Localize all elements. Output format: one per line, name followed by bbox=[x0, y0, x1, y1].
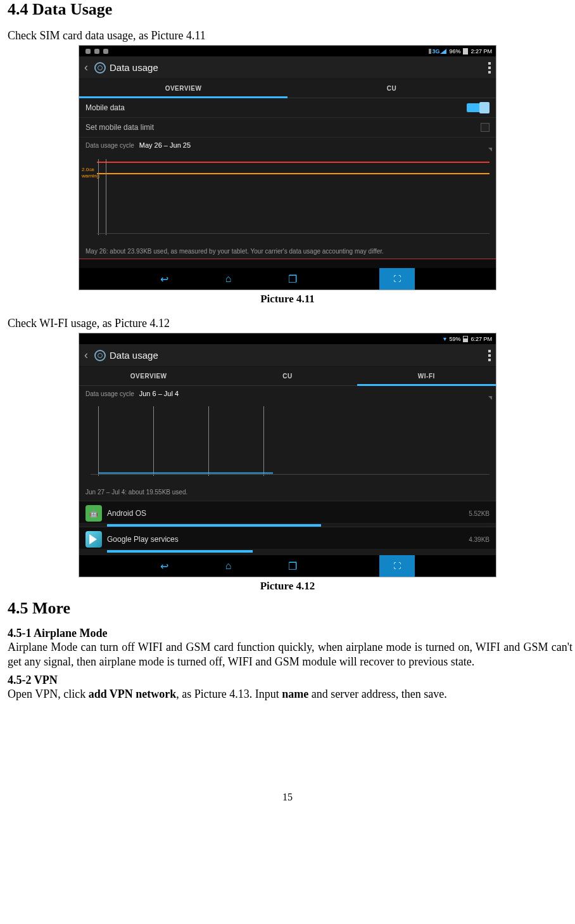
tab-cu[interactable]: CU bbox=[218, 367, 357, 385]
app-name: Android OS bbox=[107, 509, 146, 518]
status-bar: 3G 96% 2:27 PM bbox=[79, 46, 496, 56]
settings-gear-icon[interactable] bbox=[94, 350, 106, 361]
status-icon bbox=[85, 49, 91, 54]
battery-percent: 59% bbox=[449, 336, 460, 342]
wifi-icon: ▾ bbox=[443, 335, 446, 342]
screenshot-4-11: 3G 96% 2:27 PM ‹ Data usage OVERVIEW CU … bbox=[79, 45, 496, 290]
back-chevron-icon[interactable]: ‹ bbox=[84, 349, 94, 362]
app-size: 5.52KB bbox=[469, 510, 490, 517]
nav-home-icon[interactable]: ⌂ bbox=[225, 560, 232, 572]
nav-back-icon[interactable]: ↩ bbox=[160, 560, 168, 572]
sub-4-5-2: 4.5-2 VPN bbox=[0, 670, 575, 687]
app-name: Google Play services bbox=[107, 535, 179, 544]
usage-summary: Jun 27 – Jul 4: about 19.55KB used. bbox=[79, 484, 496, 501]
nav-back-icon[interactable]: ↩ bbox=[160, 273, 168, 285]
tab-cu[interactable]: CU bbox=[288, 79, 496, 98]
para-4-5-1: Airplane Mode can turn off WIFI and GSM … bbox=[0, 640, 575, 670]
status-icon bbox=[103, 49, 108, 54]
page-number: 15 bbox=[0, 703, 575, 803]
nav-recents-icon[interactable]: ❐ bbox=[288, 560, 297, 572]
back-chevron-icon[interactable]: ‹ bbox=[84, 61, 94, 74]
intro-412: Check WI-FI usage, as Picture 4.12 bbox=[0, 312, 575, 331]
android-icon: 🤖 bbox=[85, 505, 102, 522]
overflow-menu-icon[interactable] bbox=[488, 350, 491, 361]
spinner-chevron-icon[interactable] bbox=[488, 148, 492, 151]
limit-line[interactable] bbox=[97, 162, 490, 163]
nav-home-icon[interactable]: ⌂ bbox=[225, 273, 232, 285]
nav-screenshot-icon[interactable]: ⛶ bbox=[379, 555, 415, 577]
status-icon bbox=[94, 49, 99, 54]
row-set-limit[interactable]: Set mobile data limit bbox=[79, 118, 496, 138]
app-size: 4.39KB bbox=[469, 536, 490, 543]
battery-percent: 96% bbox=[449, 48, 460, 55]
grid-vline bbox=[208, 406, 209, 476]
battery-icon bbox=[463, 336, 468, 342]
system-nav-bar: ↩ ⌂ ❐ ⛶ bbox=[79, 268, 496, 290]
chart-baseline bbox=[91, 474, 490, 475]
mobile-data-toggle[interactable] bbox=[467, 103, 490, 112]
grid-vline bbox=[153, 406, 154, 476]
title-bar: ‹ Data usage bbox=[79, 56, 496, 79]
screenshot-4-12: ▾ 59% 6:27 PM ‹ Data usage OVERVIEW CU W… bbox=[79, 333, 496, 577]
row-usage-cycle[interactable]: Data usage cycle May 26 – Jun 25 bbox=[79, 138, 496, 153]
grid-vline bbox=[98, 406, 99, 476]
caption-4-12: Picture 4.12 bbox=[0, 577, 575, 599]
play-icon bbox=[85, 531, 102, 548]
intro-411: Check SIM card data usage, as Picture 4.… bbox=[0, 24, 575, 44]
settings-gear-icon[interactable] bbox=[94, 62, 106, 74]
tab-wifi[interactable]: WI-FI bbox=[357, 367, 496, 385]
row-mobile-data[interactable]: Mobile data bbox=[79, 98, 496, 118]
para-4-5-2: Open VPN, click add VPN network, as Pict… bbox=[0, 687, 575, 703]
row-usage-cycle[interactable]: Data usage cycle Jun 6 – Jul 4 bbox=[79, 386, 496, 401]
app-row-play-services[interactable]: Google Play services 4.39KB bbox=[79, 527, 496, 553]
app-usage-bar bbox=[107, 550, 490, 553]
grid-vline bbox=[263, 406, 264, 476]
tab-overview[interactable]: OVERVIEW bbox=[79, 79, 288, 98]
screen-title: Data usage bbox=[110, 350, 158, 361]
limit-checkbox[interactable] bbox=[481, 123, 490, 132]
spinner-chevron-icon[interactable] bbox=[488, 396, 492, 400]
nav-recents-icon[interactable]: ❐ bbox=[288, 273, 297, 285]
range-handle-right[interactable] bbox=[106, 159, 106, 235]
app-row-android-os[interactable]: 🤖 Android OS 5.52KB bbox=[79, 501, 496, 527]
bottom-strip bbox=[79, 259, 496, 268]
data-usage-chart[interactable] bbox=[79, 401, 496, 484]
tabs: OVERVIEW CU bbox=[79, 79, 496, 98]
chart-baseline bbox=[97, 233, 490, 234]
title-bar: ‹ Data usage bbox=[79, 344, 496, 367]
range-handle-left[interactable] bbox=[98, 159, 99, 235]
section-4-5-title: 4.5 More bbox=[0, 599, 575, 623]
tabs: OVERVIEW CU WI-FI bbox=[79, 367, 496, 386]
clock: 6:27 PM bbox=[471, 336, 492, 342]
status-bar: ▾ 59% 6:27 PM bbox=[79, 333, 496, 344]
screen-title: Data usage bbox=[110, 62, 158, 73]
caption-4-11: Picture 4.11 bbox=[0, 290, 575, 312]
signal-3g-icon: 3G bbox=[429, 48, 446, 55]
system-nav-bar: ↩ ⌂ ❐ ⛶ bbox=[79, 555, 496, 577]
overflow-menu-icon[interactable] bbox=[488, 62, 491, 74]
battery-icon bbox=[463, 48, 468, 55]
app-usage-bar bbox=[107, 524, 490, 527]
warning-line[interactable] bbox=[97, 173, 490, 174]
section-4-4-title: 4.4 Data Usage bbox=[0, 0, 575, 24]
warning-label: 2.0GB warning bbox=[82, 167, 99, 179]
nav-screenshot-icon[interactable]: ⛶ bbox=[379, 268, 415, 290]
clock: 2:27 PM bbox=[471, 48, 492, 55]
data-usage-chart[interactable]: 2.0GB warning bbox=[79, 153, 496, 241]
usage-footnote: May 26: about 23.93KB used, as measured … bbox=[79, 241, 496, 259]
sub-4-5-1: 4.5-1 Airplane Mode bbox=[0, 623, 575, 640]
tab-overview[interactable]: OVERVIEW bbox=[79, 367, 218, 385]
